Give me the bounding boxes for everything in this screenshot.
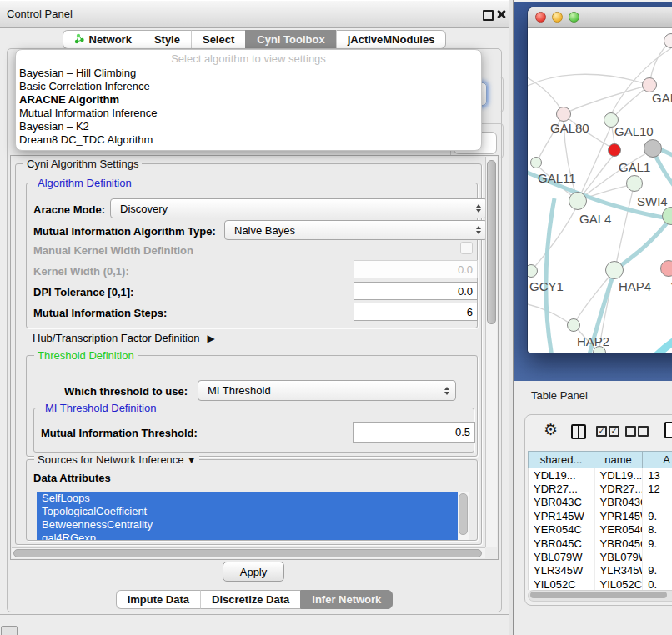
network-node-gal11[interactable] [530, 157, 542, 168]
table-cell[interactable]: YBR043C [595, 496, 644, 509]
document-icon[interactable] [664, 422, 672, 438]
table-row[interactable]: YBL079WYBL079W [529, 550, 672, 563]
table-cell[interactable]: YIL052C [529, 578, 595, 590]
network-window[interactable]: GALGAL80GAL10GAL1GAL11GAL4SWI4GCY1HAP4YH… [528, 8, 672, 352]
table-cell[interactable]: 12 [643, 482, 672, 495]
deselect-all-checkbox-icon[interactable] [625, 426, 636, 437]
table-row[interactable]: YBR043CYBR043C [529, 496, 672, 509]
network-node[interactable] [644, 139, 662, 158]
table-cell[interactable]: YBR043C [529, 496, 595, 509]
select-all-checkbox-icon[interactable]: ✓ [609, 426, 619, 437]
tab-jactivemnodules[interactable]: jActiveMNodules [336, 30, 447, 49]
table-cell[interactable]: YIL052C [595, 578, 644, 590]
columns-icon[interactable] [571, 424, 586, 439]
table-row[interactable]: YBR045CYBR045C9. [529, 537, 672, 550]
data-attributes-list[interactable]: SelfLoopsTopologicalCoefficientBetweenne… [37, 492, 469, 540]
attribute-item-topologicalcoefficient[interactable]: TopologicalCoefficient [37, 505, 462, 518]
table-cell[interactable]: YBR045C [529, 537, 595, 550]
settings-vertical-scrollbar[interactable] [485, 157, 497, 547]
network-node-y[interactable] [660, 260, 672, 277]
settings-horizontal-scrollbar[interactable] [12, 548, 485, 558]
tab-infer-network[interactable]: Infer Network [300, 590, 393, 609]
table-cell[interactable]: YPR145W [595, 509, 644, 522]
attribute-item-betweennesscentrality[interactable]: BetweennessCentrality [37, 518, 462, 532]
network-node-gal1[interactable] [626, 175, 643, 192]
network-node-gal4[interactable] [569, 192, 587, 210]
algorithm-option-basic-correlation-inference[interactable]: Basic Correlation Inference [16, 80, 481, 93]
table-horizontal-scrollbar[interactable] [528, 590, 672, 602]
collapsed-arrow-icon[interactable]: ▶ [207, 332, 214, 344]
mi-algorithm-type-select[interactable]: Naive Bayes [224, 220, 488, 240]
table-row[interactable]: YIL052CYIL052C0. [529, 578, 672, 590]
table-cell[interactable] [643, 550, 672, 563]
apply-button[interactable]: Apply [223, 562, 284, 582]
algorithm-option-bayesian-k2[interactable]: Bayesian – K2 [16, 120, 481, 133]
table-row[interactable]: YLR345WYLR345W9. [529, 564, 672, 578]
table-cell[interactable]: 0. [643, 578, 672, 590]
manual-kernel-width-checkbox[interactable] [460, 242, 473, 254]
table-cell[interactable]: YDL19... [595, 468, 644, 482]
close-traffic-light-icon[interactable] [535, 12, 546, 22]
table-cell[interactable]: 9. [643, 509, 672, 522]
select-all-checkbox-icon[interactable]: ✓ [596, 426, 607, 437]
column-header-a[interactable]: A [643, 451, 672, 468]
network-node[interactable] [608, 143, 621, 157]
column-header-shared[interactable]: shared... [528, 451, 594, 468]
table-row[interactable]: YPR145WYPR145W9. [529, 509, 672, 522]
algorithm-option-dream8-dc-tdc-algorithm[interactable]: Dream8 DC_TDC Algorithm [16, 133, 481, 147]
algorithm-option-mutual-information-inference[interactable]: Mutual Information Inference [16, 107, 481, 120]
network-window-titlebar[interactable] [528, 8, 672, 28]
mi-steps-field[interactable]: 6 [354, 302, 478, 321]
tab-style[interactable]: Style [143, 30, 191, 49]
network-node-gal80[interactable] [556, 107, 571, 122]
table-cell[interactable]: YER054C [595, 523, 644, 537]
panel-corner-button[interactable] [1, 626, 18, 635]
hub-transcription-factor-section[interactable]: Hub/Transcription Factor Definition ▶ [33, 332, 215, 344]
table-row[interactable]: YDR27...YDR27...12 [529, 482, 672, 495]
tab-impute-data[interactable]: Impute Data [116, 590, 200, 609]
attributes-scrollbar[interactable] [458, 492, 469, 540]
tab-network[interactable]: Network [63, 30, 143, 49]
table-cell[interactable]: 9. [643, 564, 672, 578]
which-threshold-select[interactable]: MI Threshold [198, 380, 456, 401]
table-row[interactable]: YER054CYER054C8. [529, 523, 672, 537]
table-cell[interactable]: YPR145W [529, 509, 595, 522]
tab-select[interactable]: Select [191, 30, 245, 49]
network-node-hap2[interactable] [567, 318, 580, 332]
close-icon[interactable] [496, 9, 506, 19]
float-window-icon[interactable] [483, 10, 494, 21]
gear-icon[interactable]: ⚙ [544, 420, 558, 439]
tab-discretize-data[interactable]: Discretize Data [200, 590, 300, 609]
tab-cyni-toolbox[interactable]: Cyni Toolbox [245, 30, 335, 49]
expanded-arrow-icon[interactable]: ▼ [187, 455, 196, 465]
table-cell[interactable]: YLR345W [529, 564, 595, 578]
table-cell[interactable]: YLR345W [595, 564, 644, 578]
minimize-traffic-light-icon[interactable] [552, 12, 563, 22]
network-canvas[interactable]: GALGAL80GAL10GAL1GAL11GAL4SWI4GCY1HAP4YH… [528, 28, 672, 352]
table-cell[interactable]: YDR27... [529, 482, 595, 495]
column-header-name[interactable]: name [594, 451, 643, 468]
table-cell[interactable]: YBR045C [595, 537, 644, 550]
network-node-hap4[interactable] [605, 261, 624, 279]
table-cell[interactable]: 13 [643, 468, 672, 482]
panel-splitter[interactable] [509, 0, 514, 635]
zoom-traffic-light-icon[interactable] [569, 12, 579, 22]
table-cell[interactable]: YER054C [529, 523, 595, 537]
table-cell[interactable] [643, 496, 672, 509]
table-cell[interactable]: YBL079W [595, 550, 644, 563]
table-row[interactable]: YDL19...YDL19...13 [529, 468, 672, 482]
table-cell[interactable]: YBL079W [529, 550, 595, 563]
mi-threshold-field[interactable]: 0.5 [353, 422, 475, 442]
table-cell[interactable]: YDR27... [595, 482, 644, 495]
table-cell[interactable]: 9. [643, 537, 672, 550]
aracne-mode-select[interactable]: Discovery [110, 198, 488, 218]
algorithm-dropdown-list[interactable]: Select algorithm to view settings Bayesi… [15, 49, 482, 151]
attribute-item-selfloops[interactable]: SelfLoops [37, 492, 462, 505]
table-cell[interactable]: YDL19... [529, 468, 595, 482]
algorithm-option-aracne-algorithm[interactable]: ARACNE Algorithm [16, 93, 481, 107]
algorithm-option-bayesian-hill-climbing[interactable]: Bayesian – Hill Climbing [16, 67, 481, 80]
deselect-all-checkbox-icon[interactable] [638, 426, 649, 437]
attribute-item-gal4rgexp[interactable]: gal4RGexp [37, 532, 462, 540]
dpi-tolerance-field[interactable]: 0.0 [354, 282, 478, 300]
table-cell[interactable]: 8. [643, 523, 672, 537]
